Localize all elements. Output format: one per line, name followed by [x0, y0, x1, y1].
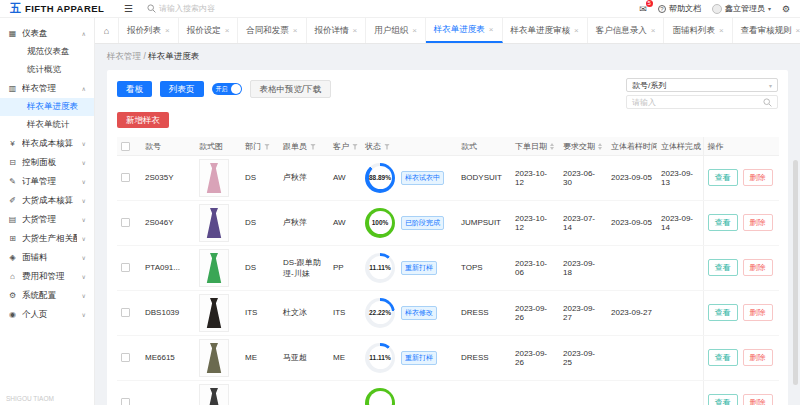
tab-item[interactable]: 客户信息录入×	[588, 18, 665, 43]
filter-search-input[interactable]: 请输入	[626, 95, 778, 109]
status-cell	[365, 388, 453, 405]
sidebar-item[interactable]: ⊟控制面板∨	[0, 153, 94, 172]
global-search-input[interactable]: 请输入搜索内容	[147, 3, 215, 14]
help-docs-link[interactable]: ? 帮助文档	[658, 3, 701, 14]
sidebar-item[interactable]: ⌂费用和管理∨	[0, 267, 94, 286]
hamburger-menu-icon[interactable]: ☰	[124, 3, 133, 14]
column-header: 立体样完成	[657, 137, 703, 155]
sidebar-subitem-active[interactable]: 样衣单进度表	[0, 98, 94, 116]
sidebar-item[interactable]: ▦仪表盘∧	[0, 24, 94, 43]
tab-close-icon[interactable]: ×	[293, 26, 298, 35]
row-checkbox[interactable]	[121, 398, 130, 405]
delete-button[interactable]: 删除	[743, 259, 773, 276]
tab-close-icon[interactable]: ×	[165, 26, 170, 35]
filter-icon[interactable]	[352, 144, 358, 150]
tab-item[interactable]: 样衣单进度审核×	[503, 18, 588, 43]
sidebar-item[interactable]: ◉个人页∨	[0, 305, 94, 324]
filter-select[interactable]: 款号/系列 ▾	[626, 78, 778, 92]
row-checkbox[interactable]	[121, 308, 130, 317]
tab-close-icon[interactable]: ×	[574, 26, 579, 35]
sidebar-subitem[interactable]: 规范仪表盘	[0, 43, 94, 61]
sidebar-subitem[interactable]: 统计概览	[0, 61, 94, 79]
tab-item[interactable]: 查看审核规则×	[733, 18, 800, 43]
sidebar-subitem[interactable]: 样衣单统计	[0, 116, 94, 134]
view-toggle[interactable]: 开启	[212, 83, 242, 95]
filter-icon[interactable]	[384, 144, 390, 150]
home-icon[interactable]: ⌂	[95, 18, 119, 43]
delete-button[interactable]: 删除	[743, 349, 773, 366]
tab-close-icon[interactable]: ×	[489, 25, 494, 34]
tab-item[interactable]: 用户组织×	[366, 18, 426, 43]
delete-button[interactable]: 删除	[743, 169, 773, 186]
tab-close-icon[interactable]: ×	[796, 26, 800, 35]
view-button[interactable]: 查看	[708, 169, 738, 186]
page-scrollbar[interactable]	[793, 160, 798, 385]
sidebar-item[interactable]: ▥样衣管理∧	[0, 79, 94, 98]
sort-icon[interactable]	[550, 143, 554, 150]
row-checkbox[interactable]	[121, 263, 130, 272]
tab-item[interactable]: 报价设定×	[179, 18, 239, 43]
progress-ring: 11.11%	[365, 343, 395, 373]
tab-label: 样衣单进度表	[434, 24, 485, 36]
view-button[interactable]: 查看	[708, 304, 738, 321]
style-no-cell: 2S046Y	[141, 200, 195, 245]
sidebar-item[interactable]: ¥样衣成本核算∨	[0, 134, 94, 153]
sidebar-item[interactable]: ⚙系统配置∨	[0, 286, 94, 305]
filter-search-placeholder: 请输入	[632, 97, 656, 108]
tab-close-icon[interactable]: ×	[353, 26, 358, 35]
settings-gear-icon[interactable]: ⚙	[782, 4, 790, 14]
sidebar-item[interactable]: ✎订单管理∨	[0, 172, 94, 191]
table-preview-download-button[interactable]: 表格中预览/下载	[250, 80, 332, 98]
progress-ring	[365, 388, 395, 405]
tab-close-icon[interactable]: ×	[225, 26, 230, 35]
list-view-button[interactable]: 列表页	[160, 81, 204, 97]
date-cell: 2023-09-05	[607, 200, 657, 245]
breadcrumb-parent[interactable]: 样衣管理	[107, 51, 141, 61]
filter-icon[interactable]	[264, 144, 270, 150]
tab-label: 报价详情	[315, 25, 349, 37]
view-button[interactable]: 查看	[708, 214, 738, 231]
header-checkbox-cell	[117, 137, 141, 155]
sidebar-item[interactable]: ✐大货成本核算∨	[0, 191, 94, 210]
row-checkbox-cell	[117, 335, 141, 380]
row-checkbox[interactable]	[121, 173, 130, 182]
view-toggle-label: 开启	[216, 85, 228, 94]
tab-active[interactable]: 样衣单进度表×	[426, 18, 503, 43]
tab-item[interactable]: 合同和发票×	[238, 18, 306, 43]
chevron-down-icon: ∨	[82, 216, 86, 223]
view-button[interactable]: 查看	[708, 349, 738, 366]
style-no-cell	[141, 380, 195, 405]
tab-close-icon[interactable]: ×	[719, 26, 724, 35]
mail-icon[interactable]: ✉ 5	[639, 4, 647, 14]
add-sample-button[interactable]: 新增样衣	[117, 112, 169, 128]
tab-item[interactable]: 面辅料列表×	[664, 18, 732, 43]
delete-button[interactable]: 删除	[743, 304, 773, 321]
topbar-right: ✉ 5 ? 帮助文档 鑫立管理员 ▾ ⚙	[639, 3, 790, 14]
sidebar-item[interactable]: ▤大货管理∨	[0, 210, 94, 229]
sidebar-item[interactable]: ⊞大货生产相关配置∨	[0, 229, 94, 248]
delete-button[interactable]: 删除	[743, 394, 773, 405]
status-cell: 22.22%样衣修改	[365, 298, 453, 328]
column-header-label: 状态	[365, 142, 381, 151]
status-cell-wrap: 11.11%重新打样	[361, 335, 457, 380]
tab-label: 合同和发票	[246, 25, 289, 37]
sort-icon[interactable]	[598, 143, 602, 150]
tab-close-icon[interactable]: ×	[651, 26, 656, 35]
select-all-checkbox[interactable]	[121, 142, 130, 151]
tab-item[interactable]: 报价详情×	[307, 18, 367, 43]
filter-icon[interactable]	[310, 144, 316, 150]
tab-close-icon[interactable]: ×	[412, 26, 417, 35]
column-header: 款式	[457, 137, 511, 155]
user-menu[interactable]: 鑫立管理员 ▾	[712, 3, 771, 14]
board-view-button[interactable]: 看板	[117, 81, 152, 97]
sidebar-item[interactable]: ◈面辅料∨	[0, 248, 94, 267]
view-button[interactable]: 查看	[708, 259, 738, 276]
delete-button[interactable]: 删除	[743, 214, 773, 231]
progress-ring: 100%	[365, 208, 395, 238]
dept-cell: ITS	[241, 290, 279, 335]
row-checkbox[interactable]	[121, 353, 130, 362]
tabbar: ⌂ 报价列表×报价设定×合同和发票×报价详情×用户组织×样衣单进度表×样衣单进度…	[95, 18, 800, 44]
row-checkbox[interactable]	[121, 218, 130, 227]
view-button[interactable]: 查看	[708, 394, 738, 405]
tab-item[interactable]: 报价列表×	[119, 18, 179, 43]
